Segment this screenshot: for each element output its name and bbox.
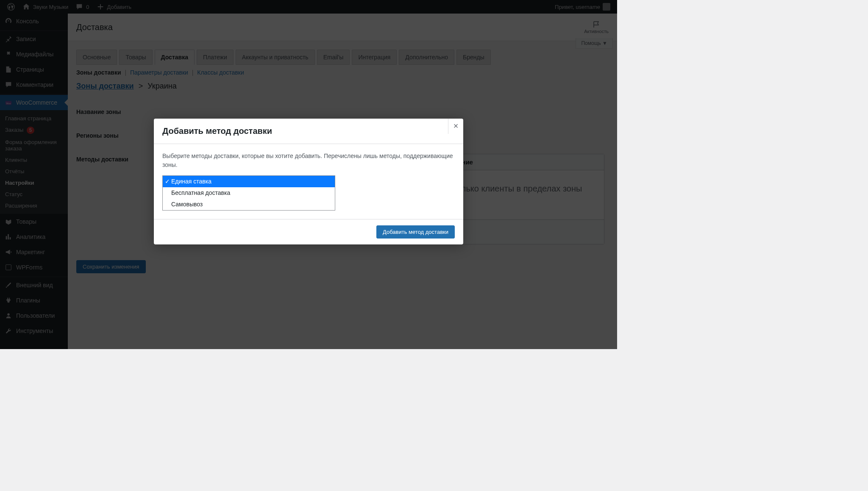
modal-title: Добавить метод доставки [162,126,272,136]
modal-body: Выберите методы доставки, которые вы хот… [154,144,463,219]
modal-footer: Добавить метод доставки [154,219,463,244]
modal-description: Выберите методы доставки, которые вы хот… [162,152,455,169]
close-icon: × [453,121,459,131]
modal-header: Добавить метод доставки × [154,119,463,144]
method-option-free-shipping[interactable]: Бесплатная доставка [163,187,335,199]
modal-close-button[interactable]: × [448,119,463,134]
method-option-pickup[interactable]: Самовывоз [163,199,335,210]
method-select-dropdown[interactable]: Единая ставка Бесплатная доставка Самовы… [162,175,335,211]
add-method-modal: Добавить метод доставки × Выберите метод… [154,119,463,244]
method-option-flat-rate[interactable]: Единая ставка [163,176,335,187]
modal-confirm-button[interactable]: Добавить метод доставки [376,225,455,239]
